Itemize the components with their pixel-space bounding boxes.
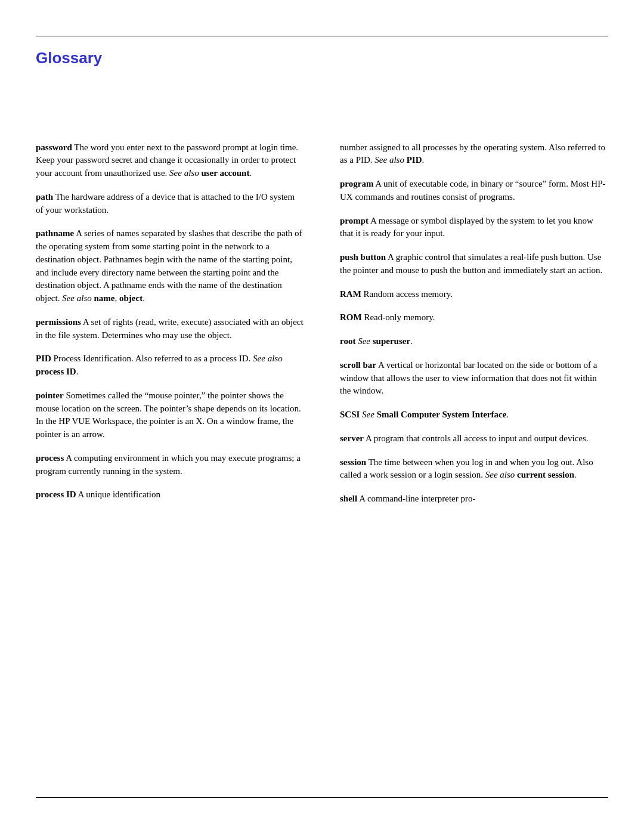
entry-pathname-text: A series of names separated by slashes t… [36,228,302,303]
see-also-label-pathname: See also [62,293,92,303]
content-area: password The word you enter next to the … [36,141,608,516]
entry-pathname: pathname A series of names separated by … [36,227,304,305]
term-pathname: pathname [36,228,74,238]
term-permissions: permissions [36,317,81,327]
entry-root: root See superuser. [340,335,608,348]
term-process: process [36,453,64,463]
entry-server: server A program that controls all acces… [340,432,608,445]
entry-pointer: pointer Sometimes called the “mouse poin… [36,389,304,441]
term-pointer: pointer [36,391,64,400]
entry-password-text: The word you enter next to the password … [36,143,298,178]
see-italic-scsi: See [362,410,374,419]
see-also-term-processid: process ID [36,367,76,376]
entry-scroll-bar: scroll bar A vertical or horizontal bar … [340,359,608,398]
glossary-title: Glossary [36,42,608,70]
see-also-term-current-session: current session [517,470,574,479]
see-also-term-user-account: user account [201,168,249,178]
bottom-rule [36,797,608,798]
see-also-label-pid: See also [253,354,283,363]
right-column: number assigned to all processes by the … [334,141,608,516]
entry-process-text: A computing environment in which you may… [36,453,301,476]
entry-process: process A computing environment in which… [36,452,304,478]
see-also-term-superuser: superuser [373,336,410,346]
entry-ram-text: Random access memory. [364,289,453,299]
see-also-label-pid-cont: See also [374,155,404,165]
see-also-term-name: name [94,293,114,303]
see-also-term-pid-cont: PID [407,155,422,165]
entry-shell: shell A command-line interpreter pro- [340,493,608,506]
entry-rom: ROM Read-only memory. [340,311,608,324]
entry-process-id: process ID A unique identification [36,488,304,501]
entry-pid-cont-text: number assigned to all processes by the … [340,143,605,165]
term-process-id: process ID [36,490,76,499]
entry-program-text: A unit of executable code, in binary or … [340,179,605,202]
entry-shell-text: A command-line interpreter pro- [359,494,475,503]
see-italic-root: See [358,336,370,346]
entry-rom-text: Read-only memory. [364,312,435,322]
see-also-term-object: object [119,293,143,303]
term-prompt: prompt [340,216,369,225]
entry-session: session The time between when you log in… [340,456,608,482]
term-path: path [36,192,53,202]
entry-pointer-text: Sometimes called the “mouse pointer,” th… [36,391,301,439]
term-server: server [340,433,364,443]
entry-push-button: push button A graphic control that simul… [340,251,608,277]
entry-server-text: A program that controls all access to in… [366,433,589,443]
term-rom: ROM [340,312,362,322]
entry-path-text: The hardware address of a device that is… [36,192,295,215]
term-ram: RAM [340,289,361,299]
left-column: password The word you enter next to the … [36,141,310,516]
entry-ram: RAM Random access memory. [340,288,608,301]
entry-root-text: See superuser. [358,336,413,346]
entry-path: path The hardware address of a device th… [36,191,304,217]
see-also-term-scsi: Small Computer System Interface [377,410,507,419]
see-also-label-session: See also [485,470,515,479]
entry-program: program A unit of executable code, in bi… [340,178,608,204]
entry-permissions: permissions A set of rights (read, write… [36,316,304,342]
term-password: password [36,143,72,152]
term-program: program [340,179,373,188]
entry-scsi: SCSI See Small Computer System Interface… [340,408,608,422]
term-push-button: push button [340,252,386,262]
see-also-label: See also [169,168,199,178]
entry-scsi-text: See Small Computer System Interface. [362,410,509,419]
entry-password: password The word you enter next to the … [36,141,304,180]
entry-pid-cont: number assigned to all processes by the … [340,141,608,168]
term-session: session [340,457,366,467]
entry-pid: PID Process Identification. Also referre… [36,352,304,379]
entry-session-text: The time between when you log in and whe… [340,457,593,480]
term-root: root [340,336,355,346]
entry-prompt-text: A message or symbol displayed by the sys… [340,216,593,239]
entry-prompt: prompt A message or symbol displayed by … [340,215,608,241]
top-rule [36,36,608,36]
entry-pid-text: Process Identification. Also referred to… [36,354,283,376]
entry-scroll-bar-text: A vertical or horizontal bar located on … [340,360,597,396]
entry-process-id-text: A unique identification [78,490,160,499]
term-scroll-bar: scroll bar [340,360,376,370]
term-shell: shell [340,494,357,503]
page: Glossary password The word you enter nex… [0,36,644,833]
term-pid: PID [36,354,51,363]
term-scsi: SCSI [340,410,360,419]
